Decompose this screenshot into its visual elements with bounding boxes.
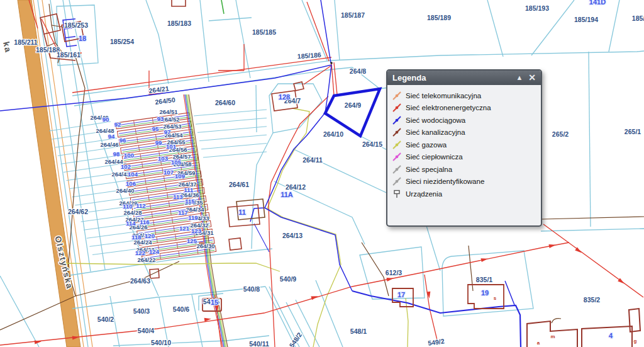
parcel-label: 264/46 [100, 141, 118, 148]
legend-item: Sieć elektronenergetyczna [392, 102, 536, 115]
house-number-label: 112 [136, 202, 145, 209]
parcel-label: 540/3 [133, 307, 150, 315]
network-line-icon [392, 103, 401, 112]
house-number-label: 102 [121, 163, 131, 170]
parcel-label: 185/1 [632, 14, 644, 22]
parcel-label: 540/6 [173, 305, 189, 313]
building-letter-label: s [494, 295, 497, 301]
network-line-icon [392, 177, 401, 186]
legend-item: Sieci niezidentyfikowane [392, 176, 536, 188]
legend-collapse-button[interactable]: ▲ [516, 74, 523, 81]
parcel-boundaries [0, 0, 644, 347]
house-number-label: 19 [481, 289, 489, 297]
house-number-label: 103 [158, 155, 168, 162]
legend-close-button[interactable]: ✕ [528, 73, 536, 82]
house-number-label: 15 [211, 299, 218, 306]
parcel-label: 185/187 [341, 11, 365, 19]
legend-item-label: Sieć ciepłownicza [406, 153, 463, 161]
network-line-icon [392, 140, 401, 149]
parcel-label: 548/1 [350, 327, 367, 335]
building-letter-label: m [199, 240, 203, 246]
legend-item-label: Sieć gazowa [406, 141, 447, 149]
parcel-label: 264/9 [345, 101, 361, 109]
parcel-label: 264/62 [68, 208, 88, 215]
parcel-label: 835/2 [584, 296, 600, 304]
legend-header[interactable]: Legenda ▲ ✕ [387, 71, 541, 85]
house-number-label: 107 [164, 169, 174, 176]
house-number-label: 11A [280, 191, 293, 198]
house-number-label: 104 [128, 171, 138, 178]
house-number-label: 124 [149, 248, 160, 255]
network-line-icon [392, 165, 401, 174]
parcel-label: 264/15 [362, 140, 382, 148]
house-number-label: 119 [188, 214, 197, 221]
legend-item-label: Sieci niezidentyfikowane [406, 178, 484, 185]
parcel-label: 264/22 [137, 256, 155, 263]
house-number-label: 92 [114, 121, 121, 128]
house-number-label: 98 [113, 151, 120, 157]
house-number-label: 118 [131, 234, 141, 241]
parcel-label: 264/50 [155, 96, 175, 106]
parcel-label: 265/1 [625, 128, 641, 135]
house-number-label: 141D [589, 0, 606, 6]
legend-panel: Legenda ▲ ✕ Sieć telekomunikacyjna Sieć … [386, 69, 542, 227]
parcel-label: 540/10 [151, 339, 171, 346]
legend-item: Sieć gazowa [392, 139, 536, 151]
legend-item-label: Sieć wodociągowa [406, 117, 465, 124]
house-number-label: 109 [175, 173, 185, 179]
building-letter-label: g [634, 338, 637, 344]
house-number-label: 4 [609, 332, 613, 339]
building-letter-label: m [550, 334, 555, 339]
parcel-label: 264/10 [323, 130, 343, 138]
network-line-icon [392, 128, 401, 137]
parcel-label: 185/161 [57, 51, 80, 59]
parcel-label: 185/253 [64, 21, 88, 29]
house-number-label: 97 [164, 128, 171, 135]
legend-item: Sieć wodociągowa [392, 114, 536, 127]
legend-item: Sieć ciepłownicza [392, 151, 536, 164]
parcel-label: 264/34 [186, 206, 204, 213]
house-number-label: 17 [397, 291, 405, 299]
legend-item-label: Sieć kanalizacyjna [406, 128, 465, 136]
map-canvas[interactable]: 185/211185/188185/161185/253185/254185/1… [0, 0, 644, 347]
house-number-label: 90 [103, 116, 109, 123]
house-number-label: 18 [79, 35, 86, 42]
house-number-label: 123 [191, 227, 201, 234]
parcel-label: 264/60 [215, 99, 235, 106]
parcel-label: 540/9 [280, 275, 296, 283]
parcel-label: 265/2 [552, 130, 569, 138]
parcel-label: 185/193 [525, 4, 549, 12]
device-icon [392, 190, 401, 198]
parcel-label: 264/51 [159, 108, 178, 115]
legend-item-list: Sieć telekomunikacyjna Sieć elektronener… [387, 85, 541, 205]
house-number-label: 11 [238, 208, 246, 216]
house-number-label: 128 [279, 93, 290, 101]
legend-item: Sieć kanalizacyjna [392, 127, 536, 139]
house-number-label: 115 [185, 198, 195, 205]
house-number-label: 94 [108, 133, 115, 140]
building-letter-label: a [537, 340, 540, 346]
parcel-label: 540/2 [97, 316, 114, 323]
parcel-label: 264/28 [123, 209, 142, 216]
parcel-label: 264/61 [229, 181, 249, 188]
house-number-label: 120 [145, 232, 155, 239]
parcel-label: 264/63 [130, 277, 150, 285]
parcel-label: 612/3 [386, 269, 402, 276]
house-number-label: 95 [152, 125, 159, 132]
house-number-label: 106 [126, 180, 136, 187]
legend-item: Sieć telekomunikacyjna [392, 89, 536, 102]
parcel-label: 264/52 [161, 116, 179, 123]
parcel-label: 835/1 [476, 276, 492, 283]
highlighted-parcel[interactable] [325, 89, 380, 136]
parcel-label: 548/2 [287, 331, 303, 347]
house-number-label: 125 [187, 237, 197, 244]
parcel-label: 185/185 [252, 28, 276, 36]
legend-item: Urządzenia [392, 188, 536, 200]
network-line-icon [392, 91, 401, 100]
telecom-brown-lines [0, 4, 644, 330]
legend-item-label: Urządzenia [406, 190, 442, 198]
network-line-icon [392, 116, 401, 125]
parcel-label: 540/11 [249, 340, 269, 347]
parcel-label: 264/8 [350, 67, 366, 75]
network-line-icon [392, 152, 401, 161]
